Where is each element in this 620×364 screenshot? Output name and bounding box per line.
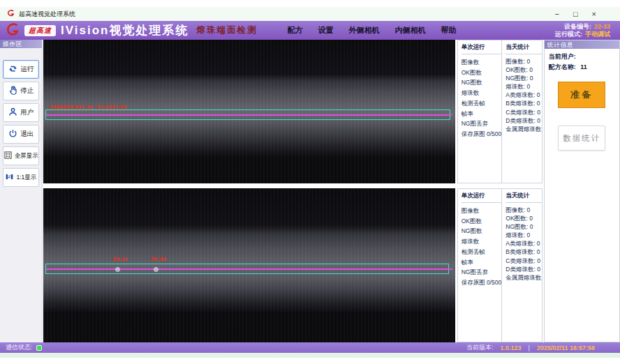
stat-row: B类熔珠数: 0 — [505, 248, 542, 256]
run-button-label: 运行 — [20, 65, 34, 74]
menu-item[interactable]: 内侧相机 — [394, 25, 425, 36]
version-value: 1.0.123 — [501, 344, 522, 351]
info-panel-header: 统计信息 — [545, 40, 619, 49]
stat-row: 图像数: 0 — [505, 206, 542, 214]
daily-stats-header: 当天统计 — [505, 192, 542, 203]
operation-sidebar: 操作区 运行 停止 用户 退出 全屏显示 — [0, 40, 43, 342]
stat-row: 熔珠数 — [462, 88, 502, 98]
stat-row: A类熔珠数: 0 — [505, 91, 542, 99]
app-icon — [7, 8, 15, 20]
menu-bar: 配方设置外侧相机内侧相机帮助 — [287, 25, 456, 36]
stat-row: 熔珠数 — [462, 236, 502, 247]
camera-image-inner[interactable]: 53.11 56.43 — [43, 188, 455, 342]
stat-row: NG图丢弃 — [462, 119, 502, 129]
run-button[interactable]: 运行 — [3, 60, 39, 79]
statistics-info-panel: 统计信息 当前用户: 配方名称: 11 准备 数据统计 — [544, 40, 620, 342]
single-run-header: 单次运行 — [462, 192, 502, 203]
stat-row: 金属屑熔珠数: 0 — [505, 273, 542, 282]
one-to-one-button[interactable]: 1:1显示 — [3, 168, 39, 187]
header-info: 设备编号: 22-33 运行模式: 手动调试 — [555, 23, 614, 38]
stat-row: 保存原图 0/500 — [462, 129, 502, 139]
measure-point-2 — [154, 267, 158, 272]
camera-row-bottom: 53.11 56.43 单次运行 图像数OK图数NG图数熔珠数检测丢帧帧率NG图… — [43, 188, 542, 342]
camera-image-outer[interactable]: 4480539.831.49 31.5341.49 — [43, 40, 455, 183]
stat-row: D类熔珠数: 0 — [505, 116, 542, 125]
device-number-label: 设备编号: — [564, 23, 591, 30]
stat-row: 图像数 — [462, 57, 502, 68]
measurement-label-1: 53.11 — [113, 256, 128, 262]
stat-row: OK图数 — [462, 216, 502, 227]
daily-stats-rows: 图像数: 0OK图数: 0NG图数: 0熔珠数: 0A类熔珠数: 0B类熔珠数:… — [505, 206, 542, 282]
desktop-margin — [0, 0, 620, 7]
fullscreen-grid-icon — [3, 151, 13, 161]
stat-row: 检测丢帧 — [462, 98, 502, 109]
run-loop-icon — [8, 63, 18, 75]
stat-row: A类熔珠数: 0 — [505, 239, 542, 248]
single-run-header: 单次运行 — [462, 43, 502, 54]
daily-stats-rows: 图像数: 0OK图数: 0NG图数: 0熔珠数: 0A类熔珠数: 0B类熔珠数:… — [505, 57, 542, 133]
camera-row-top: 4480539.831.49 31.5341.49 单次运行 图像数OK图数NG… — [43, 40, 542, 183]
close-button[interactable]: × — [592, 10, 596, 18]
menu-item[interactable]: 帮助 — [441, 25, 456, 36]
recipe-name-value: 11 — [580, 63, 587, 70]
version-label: 当前版本: — [466, 343, 494, 352]
menu-item[interactable]: 外侧相机 — [348, 25, 379, 36]
prepare-button[interactable]: 准备 — [558, 82, 605, 108]
run-mode-value: 手动调试 — [585, 31, 610, 38]
device-number-value: 22-33 — [594, 23, 610, 30]
stat-row: C类熔珠数: 0 — [505, 108, 542, 116]
power-icon — [8, 128, 18, 140]
stop-button[interactable]: 停止 — [3, 82, 39, 100]
exit-button-label: 退出 — [20, 130, 34, 139]
user-button-label: 用户 — [20, 108, 34, 117]
datetime-value: 2025/02/11 16:57:56 — [537, 344, 595, 351]
stat-row: B类熔珠数: 0 — [505, 99, 542, 107]
stat-row: D类熔珠数: 0 — [505, 265, 542, 273]
stat-row: NG图数 — [462, 77, 502, 88]
status-bar: 通信状态: 当前版本: 1.0.123 | 2025/02/11 16:57:5… — [0, 342, 620, 353]
fullscreen-button-label: 全屏显示 — [15, 152, 38, 160]
menu-item[interactable]: 配方 — [287, 25, 302, 36]
page: 超高速视觉处理系统 − □ × 超高速 IVision视觉处理系统 熔珠端面检测… — [0, 0, 620, 364]
minimize-button[interactable]: − — [554, 10, 559, 18]
brand-swoosh-icon — [6, 23, 20, 38]
stat-row: NG图数: 0 — [505, 74, 542, 82]
brand-badge: 超高速 — [24, 25, 56, 36]
sidebar-header: 操作区 — [0, 40, 42, 48]
recipe-name-label: 配方名称: — [549, 63, 576, 70]
stat-row: OK图数: 0 — [505, 214, 542, 222]
fullscreen-button[interactable]: 全屏显示 — [3, 146, 39, 165]
app-header: 超高速 IVision视觉处理系统 熔珠端面检测 配方设置外侧相机内侧相机帮助 … — [0, 21, 620, 40]
stat-row: 帧率 — [462, 257, 502, 268]
statusbar-separator: | — [529, 344, 530, 351]
app-subtitle: 熔珠端面检测 — [196, 24, 257, 36]
exit-button[interactable]: 退出 — [3, 125, 39, 144]
one-to-one-icon — [5, 172, 14, 183]
menu-item[interactable]: 设置 — [318, 25, 333, 36]
current-user-label: 当前用户: — [549, 53, 576, 60]
bottom-strip — [0, 353, 620, 358]
comm-status-label: 通信状态: — [6, 343, 33, 352]
data-statistics-button[interactable]: 数据统计 — [558, 126, 605, 151]
one-to-one-button-label: 1:1显示 — [16, 174, 36, 182]
window-title: 超高速视觉处理系统 — [19, 10, 75, 19]
measure-line — [46, 268, 452, 270]
camera-area: 4480539.831.49 31.5341.49 单次运行 图像数OK图数NG… — [43, 40, 542, 342]
maximize-button[interactable]: □ — [573, 10, 578, 18]
stat-row: NG图数: 0 — [505, 222, 542, 231]
run-mode-label: 运行模式: — [555, 31, 582, 38]
hand-stop-icon — [8, 85, 18, 97]
user-icon — [8, 107, 18, 119]
stat-row: 图像数 — [462, 206, 502, 216]
stats-panel-outer: 单次运行 图像数OK图数NG图数熔珠数检测丢帧帧率NG图丢弃保存原图 0/500… — [457, 40, 542, 183]
bottom-margin — [0, 358, 620, 364]
measurement-label-2: 56.43 — [152, 256, 167, 262]
stat-row: OK图数 — [462, 68, 502, 78]
window-titlebar: 超高速视觉处理系统 − □ × — [0, 7, 620, 21]
daily-stats-header: 当天统计 — [505, 43, 542, 54]
user-button[interactable]: 用户 — [3, 103, 39, 122]
stat-row: 检测丢帧 — [462, 247, 502, 257]
main-area: 操作区 运行 停止 用户 退出 全屏显示 — [0, 40, 620, 342]
measure-line — [46, 114, 452, 116]
comm-status-indicator — [36, 345, 42, 351]
